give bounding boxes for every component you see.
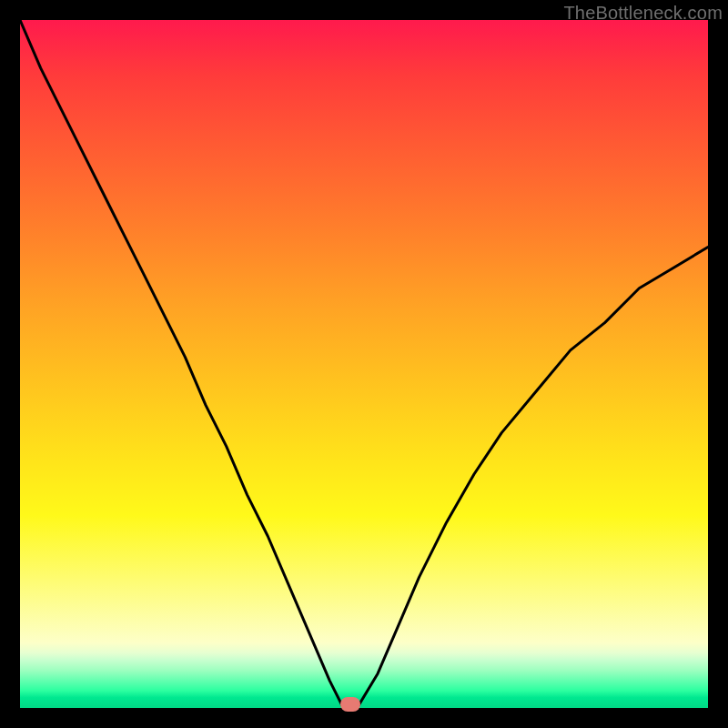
bottleneck-curve (20, 20, 708, 708)
curve-path (20, 20, 708, 708)
gradient-plot-area (20, 20, 708, 708)
optimal-marker-icon (340, 697, 360, 712)
chart-frame: TheBottleneck.com (0, 0, 728, 728)
watermark-label: TheBottleneck.com (563, 3, 723, 24)
